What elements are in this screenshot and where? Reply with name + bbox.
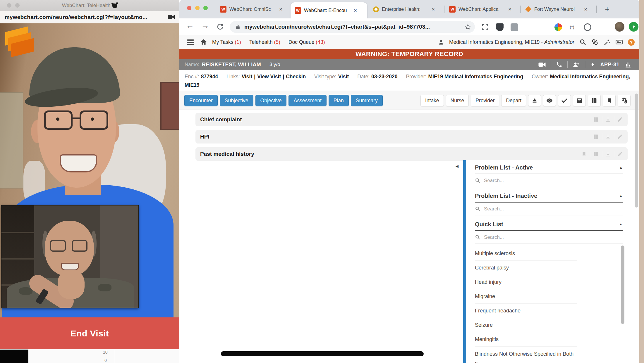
quick-list-scrollbar[interactable] [621, 246, 624, 324]
nav-item-doc-queue[interactable]: Doc Queue (43) [288, 39, 325, 45]
ring-extension-icon[interactable] [584, 23, 591, 31]
download-arrow-icon[interactable] [602, 117, 614, 122]
window-zoom-button[interactable] [203, 6, 208, 10]
gray-extension-icon[interactable] [511, 23, 518, 31]
group-header-quick-list[interactable]: Quick List ▲ [475, 218, 623, 231]
screenshot-extension-icon[interactable] [481, 23, 489, 31]
account-label[interactable]: Medical Informatics Engineering, MIE19 -… [449, 39, 574, 45]
collapse-section-icon[interactable]: ▲ [619, 165, 623, 170]
tab-assessment[interactable]: Assessment [288, 95, 326, 106]
link-checkin[interactable]: Checkin [286, 74, 306, 79]
quick-list-item[interactable]: Head injury [475, 275, 577, 289]
tab-summary[interactable]: Summary [351, 95, 383, 106]
settings-gears-button[interactable] [618, 95, 631, 106]
shield-extension-icon[interactable] [496, 23, 504, 31]
link-visit[interactable]: Visit [242, 74, 253, 79]
links-chain-icon[interactable] [591, 39, 598, 46]
section-past-medical-history[interactable]: Past medical history [195, 147, 628, 161]
video-call-icon[interactable] [538, 62, 546, 67]
browser-profile-avatar[interactable] [615, 22, 624, 32]
tab-enterprise-health[interactable]: Enterprise Health: × [369, 0, 443, 18]
window-minimize-button[interactable] [195, 6, 200, 10]
tab-fort-wayne-neurology[interactable]: Fort Wayne Neurol × [521, 0, 595, 18]
download-arrow-icon[interactable] [602, 151, 614, 157]
check-sign-button[interactable] [558, 95, 571, 106]
quick-list-item[interactable]: Meningitis [475, 332, 577, 347]
keyboard-icon[interactable] [615, 38, 623, 46]
bookmark-button[interactable] [603, 95, 616, 106]
help-icon[interactable]: ? [628, 39, 635, 46]
book-icon[interactable] [590, 151, 602, 157]
menu-hamburger-icon[interactable] [187, 39, 194, 46]
end-visit-button[interactable]: End Visit [0, 317, 179, 349]
close-tab-icon[interactable]: × [508, 6, 511, 12]
section-hpi[interactable]: HPI [195, 130, 628, 144]
reload-icon[interactable] [216, 23, 224, 30]
close-tab-icon[interactable]: × [354, 8, 357, 13]
phone-icon[interactable] [556, 61, 562, 68]
problem-list-inactive-search-input[interactable] [484, 206, 572, 212]
close-tab-icon[interactable]: × [584, 6, 587, 12]
lightning-icon[interactable] [590, 61, 595, 68]
add-person-icon[interactable] [573, 61, 580, 68]
section-chief-complaint[interactable]: Chief complaint [195, 113, 628, 126]
tab-subjective[interactable]: Subjective [220, 95, 253, 106]
collapse-section-icon[interactable]: ▲ [619, 222, 623, 226]
tab-webchart-e-encounter[interactable]: W WebChart: E-Encou × [291, 2, 367, 18]
edit-pencil-icon[interactable] [614, 117, 626, 122]
quick-list-item[interactable]: Multiple sclerosis [475, 246, 577, 261]
telehealth-url-bar[interactable]: mywebchart.com/neuro/webchart.cgi?f=layo… [0, 11, 179, 23]
link-view-visit[interactable]: View Visit [257, 74, 281, 79]
bookmark-icon[interactable] [578, 151, 590, 157]
collapse-panel-icon[interactable]: ◀ [456, 164, 458, 168]
archive-button[interactable] [573, 95, 586, 106]
new-tab-button[interactable]: + [602, 4, 612, 14]
depart-button[interactable]: Depart [501, 95, 526, 106]
quick-list-item[interactable]: Seizure [475, 318, 577, 332]
tab-objective[interactable]: Objective [255, 95, 287, 106]
video-camera-permission-icon[interactable] [168, 14, 175, 20]
book-notes-button[interactable] [588, 95, 601, 106]
panel-accent-bar[interactable] [463, 160, 466, 363]
magic-wand-icon[interactable] [603, 39, 610, 46]
quick-list-item[interactable]: Migraine [475, 289, 577, 304]
provider-button[interactable]: Provider [471, 95, 499, 106]
lock-icon[interactable] [235, 24, 241, 30]
collapse-section-icon[interactable]: ▲ [619, 194, 623, 198]
update-arrow-icon[interactable] [629, 22, 638, 32]
page-scrollbar[interactable] [635, 94, 638, 208]
edit-pencil-icon[interactable] [614, 134, 626, 140]
edit-pencil-icon[interactable] [614, 151, 626, 157]
close-tab-icon[interactable]: × [432, 6, 435, 12]
quick-list-item[interactable]: Cerebral palsy [475, 261, 577, 275]
nav-item-my-tasks[interactable]: My Tasks (1) [212, 39, 241, 45]
quick-list-item[interactable]: Blindness Not Otherwise Specified in Bot… [475, 347, 577, 363]
flowsheet-chart-icon[interactable] [624, 61, 632, 68]
eject-button[interactable] [528, 95, 541, 106]
lighthouse-extension-icon[interactable] [554, 23, 562, 31]
nurse-button[interactable]: Nurse [446, 95, 469, 106]
book-icon[interactable] [590, 117, 602, 122]
group-header-problem-list-active[interactable]: Problem List - Active ▲ [475, 161, 623, 174]
tab-encounter[interactable]: Encounter [184, 95, 218, 106]
tab-webchart-omniscope[interactable]: W WebChart: OmniSc × [216, 0, 290, 18]
search-icon[interactable] [579, 39, 586, 46]
close-tab-icon[interactable]: × [279, 6, 282, 12]
quick-list-search-input[interactable] [484, 234, 572, 240]
tab-plan[interactable]: Plan [329, 95, 349, 106]
download-arrow-icon[interactable] [602, 134, 614, 140]
address-bar[interactable]: mywebchart.com/neuro/webchart.cgi?f=char… [230, 21, 475, 33]
group-header-problem-list-inactive[interactable]: Problem List - Inactive ▲ [475, 190, 623, 203]
bookmark-star-icon[interactable] [465, 24, 471, 30]
problem-list-active-search-input[interactable] [484, 178, 572, 184]
quick-list-item[interactable]: Frequent headache [475, 304, 577, 318]
intake-button[interactable]: Intake [420, 95, 444, 106]
nav-item-telehealth[interactable]: Telehealth (5) [249, 39, 280, 45]
video-progress-bar[interactable] [221, 351, 424, 356]
back-icon[interactable]: ← [186, 21, 194, 30]
home-icon[interactable] [200, 38, 207, 46]
window-close-button[interactable] [187, 6, 191, 10]
eye-preview-button[interactable] [543, 95, 556, 106]
forward-icon[interactable]: → [201, 21, 209, 30]
asterisk-extension-icon[interactable]: (*) [567, 23, 577, 31]
